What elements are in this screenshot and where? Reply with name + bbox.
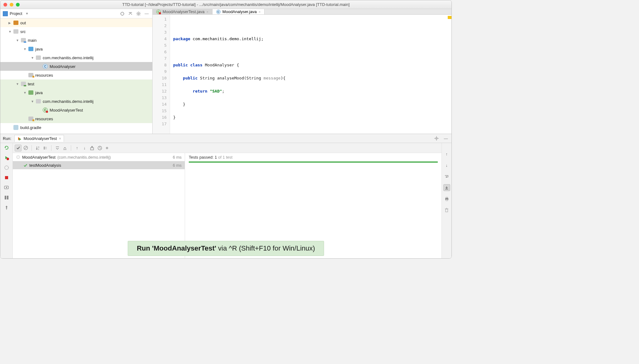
run-tabs-bar: Run: MoodAnalyserTest × — (0, 134, 451, 143)
svg-line-33 (24, 146, 27, 149)
collapse-icon[interactable] (61, 145, 68, 151)
gradle-icon (13, 125, 18, 130)
editor-body[interactable]: 1234567891011121314151617 package com.me… (153, 15, 451, 134)
down-icon[interactable]: ↓ (81, 145, 88, 151)
test-class-icon: C (156, 10, 161, 14)
hide-icon[interactable]: — (144, 11, 150, 17)
tab-mood-analyser-test[interactable]: CMoodAnalyserTest.java× (153, 9, 212, 14)
collapse-all-icon[interactable] (127, 11, 134, 17)
tab-mood-analyser[interactable]: CMoodAnalyser.java× (212, 9, 265, 14)
run-toolbar: az ↑ ↓ (13, 143, 441, 153)
gutter[interactable]: 1234567891011121314151617 (153, 15, 170, 134)
tree-node-mood-analyser-test[interactable]: CMoodAnalyserTest (0, 106, 152, 114)
maximize-window-button[interactable] (16, 3, 20, 7)
svg-line-54 (17, 158, 17, 158)
folder-icon (28, 47, 33, 51)
chevron-down-icon[interactable]: ▼ (25, 12, 28, 15)
svg-line-13 (139, 12, 140, 13)
svg-rect-59 (446, 209, 448, 212)
export-icon[interactable] (89, 145, 95, 151)
svg-point-28 (6, 187, 7, 188)
gear-icon[interactable] (433, 135, 440, 141)
history-icon[interactable] (96, 145, 103, 151)
tree-node-java-main[interactable]: java (0, 45, 152, 53)
svg-rect-57 (446, 197, 448, 198)
up-icon[interactable]: ↑ (74, 145, 80, 151)
toggle-auto-test-icon[interactable] (3, 164, 10, 171)
show-ignored-icon[interactable] (22, 145, 29, 151)
svg-text:z: z (38, 148, 39, 150)
minimize-window-button[interactable] (10, 3, 13, 7)
close-icon[interactable]: × (59, 136, 61, 141)
layout-icon[interactable] (3, 194, 10, 201)
rerun-icon[interactable] (3, 144, 10, 151)
tree-node-package-main[interactable]: com.mechanitis.demo.intellij (0, 53, 152, 62)
tree-node-src[interactable]: src (0, 27, 152, 36)
pin-icon[interactable] (3, 204, 10, 211)
stop-icon[interactable] (3, 174, 10, 181)
svg-line-51 (17, 156, 17, 156)
folder-icon (21, 38, 26, 42)
close-window-button[interactable] (3, 3, 7, 7)
run-label: Run: (3, 136, 11, 141)
tree-node-out[interactable]: out (0, 18, 152, 27)
folder-icon (13, 21, 18, 25)
svg-rect-29 (5, 196, 6, 199)
close-icon[interactable]: × (259, 10, 261, 14)
run-left-toolbar (0, 143, 13, 258)
print-icon[interactable] (443, 195, 450, 202)
tree-node-main[interactable]: main (0, 36, 152, 45)
class-icon: C (216, 10, 221, 14)
svg-point-6 (138, 13, 139, 14)
test-suite-row[interactable]: MoodAnalyserTest (com.mechanitis.demo.in… (13, 153, 185, 161)
package-icon (36, 99, 41, 103)
run-tab-mood-analyser-test[interactable]: MoodAnalyserTest × (14, 135, 64, 142)
svg-point-25 (5, 166, 8, 170)
hide-icon[interactable]: — (443, 135, 449, 141)
svg-line-53 (19, 156, 19, 156)
test-status-text: Tests passed: 1 of 1 test (189, 155, 438, 160)
sort-icon[interactable]: az (34, 145, 41, 151)
svg-point-24 (7, 158, 9, 160)
svg-rect-30 (7, 196, 8, 199)
project-label[interactable]: Project (10, 11, 22, 16)
resources-icon (28, 73, 33, 77)
project-tree[interactable]: out src main java com.mechanitis.demo.in… (0, 18, 152, 134)
run-panel: Run: MoodAnalyserTest × — (0, 134, 451, 258)
soft-wrap-icon[interactable] (443, 173, 450, 180)
down-arrow-icon[interactable]: ↓ (443, 162, 450, 169)
rerun-failed-icon[interactable] (3, 154, 10, 161)
project-icon (3, 11, 8, 16)
show-passed-icon[interactable] (15, 145, 22, 151)
run-config-icon (17, 136, 22, 141)
svg-text:a: a (38, 146, 39, 148)
gear-icon[interactable] (135, 11, 142, 17)
up-arrow-icon[interactable]: ↑ (443, 151, 450, 157)
tree-node-resources-test[interactable]: resources (0, 114, 152, 123)
scroll-to-end-icon[interactable] (443, 184, 450, 191)
svg-point-17 (436, 138, 437, 139)
expand-icon[interactable] (54, 145, 61, 151)
tree-node-mood-analyser[interactable]: CMoodAnalyser (0, 62, 152, 71)
tree-node-build-gradle[interactable]: build.gradle (0, 123, 152, 132)
code-area[interactable]: package com.mechanitis.demo.intellij; pu… (170, 15, 451, 134)
warning-marker[interactable] (448, 16, 451, 19)
test-case-row[interactable]: testMoodAnalysis 6 ms (13, 161, 185, 169)
test-class-icon: C (43, 108, 48, 113)
dump-icon[interactable] (3, 184, 10, 191)
tree-node-package-test[interactable]: com.mechanitis.demo.intellij (0, 97, 152, 106)
ide-window: TTD-tutorial [~/IdeaProjects/TTD-tutoria… (0, 0, 452, 259)
tree-node-resources-main[interactable]: resources (0, 71, 152, 79)
tree-node-java-test[interactable]: java (0, 88, 152, 97)
close-icon[interactable]: × (206, 10, 208, 14)
suite-icon[interactable] (42, 145, 49, 151)
folder-icon (28, 90, 33, 95)
tree-node-test[interactable]: test (0, 79, 152, 88)
svg-point-46 (106, 147, 108, 149)
locate-icon[interactable] (119, 11, 125, 17)
svg-rect-38 (44, 147, 45, 148)
svg-rect-44 (90, 148, 94, 150)
gear-icon[interactable] (104, 145, 110, 151)
svg-marker-35 (36, 149, 38, 150)
trash-icon[interactable] (443, 207, 450, 213)
